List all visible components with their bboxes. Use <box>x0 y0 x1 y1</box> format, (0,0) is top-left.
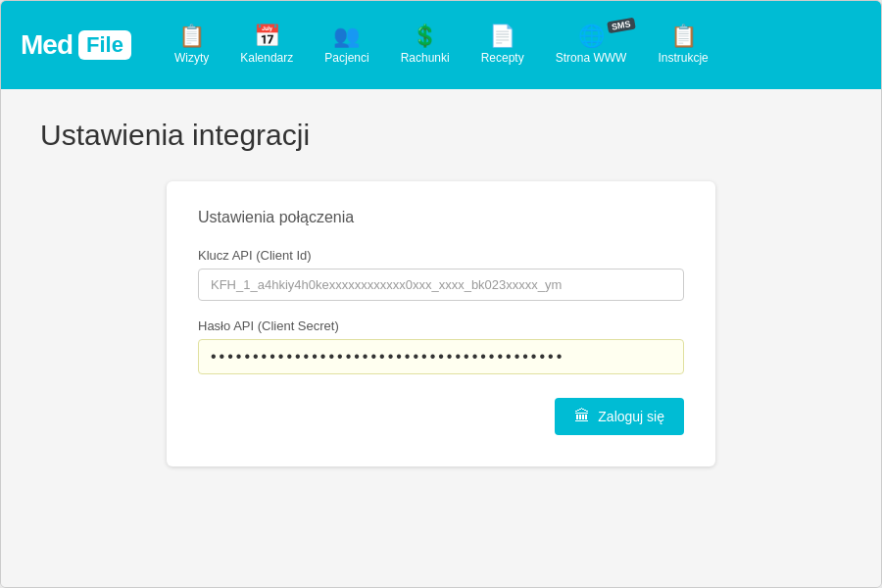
password-group: Hasło API (Client Secret) <box>198 318 684 374</box>
strona-www-label: Strona WWW <box>556 51 627 65</box>
nav-item-strona-www[interactable]: SMS 🌐 Strona WWW <box>542 18 641 73</box>
api-key-group: Klucz API (Client Id) <box>198 248 684 301</box>
instrukcje-label: Instrukcje <box>658 51 708 65</box>
navbar: Med File 📋 Wizyty 📅 Kalendarz 👥 Pacjenci… <box>1 1 881 89</box>
api-key-input[interactable] <box>198 269 684 301</box>
nav-item-wizyty[interactable]: 📋 Wizyty <box>161 18 222 73</box>
page-title: Ustawienia integracji <box>40 119 842 152</box>
login-button-icon: 🏛 <box>574 408 590 425</box>
password-label: Hasło API (Client Secret) <box>198 318 684 333</box>
nav-item-kalendarz[interactable]: 📅 Kalendarz <box>226 18 307 73</box>
login-button-label: Zaloguj się <box>598 409 664 424</box>
nav-item-recepty[interactable]: 📄 Recepty <box>467 18 538 73</box>
rachunki-label: Rachunki <box>401 51 450 65</box>
logo-med-text: Med <box>21 29 73 61</box>
nav-item-rachunki[interactable]: 💲 Rachunki <box>387 18 464 73</box>
wizyty-label: Wizyty <box>174 51 209 65</box>
strona-www-icon: 🌐 <box>578 25 605 47</box>
kalendarz-icon: 📅 <box>254 25 280 47</box>
nav-items: 📋 Wizyty 📅 Kalendarz 👥 Pacjenci 💲 Rachun… <box>161 18 861 73</box>
wizyty-icon: 📋 <box>178 25 205 47</box>
logo: Med File <box>21 29 131 61</box>
kalendarz-label: Kalendarz <box>240 51 293 65</box>
pacjenci-label: Pacjenci <box>324 51 368 65</box>
password-input[interactable] <box>198 339 684 374</box>
pacjenci-icon: 👥 <box>333 25 360 47</box>
instrukcje-icon: 📋 <box>670 25 697 47</box>
main-content: Ustawienia integracji Ustawienia połącze… <box>1 89 881 587</box>
api-key-label: Klucz API (Client Id) <box>198 248 684 263</box>
recepty-icon: 📄 <box>489 25 515 47</box>
card-title: Ustawienia połączenia <box>198 209 684 226</box>
nav-item-pacjenci[interactable]: 👥 Pacjenci <box>311 18 382 73</box>
rachunki-icon: 💲 <box>412 25 438 47</box>
card-footer: 🏛 Zaloguj się <box>198 398 684 435</box>
logo-area: Med File <box>21 29 131 61</box>
nav-item-instrukcje[interactable]: 📋 Instrukcje <box>644 18 721 73</box>
integration-card: Ustawienia połączenia Klucz API (Client … <box>167 181 715 466</box>
sms-badge: SMS <box>607 18 635 34</box>
recepty-label: Recepty <box>481 51 524 65</box>
app-window: Med File 📋 Wizyty 📅 Kalendarz 👥 Pacjenci… <box>0 0 882 588</box>
login-button[interactable]: 🏛 Zaloguj się <box>555 398 684 435</box>
logo-file-text: File <box>78 30 131 60</box>
